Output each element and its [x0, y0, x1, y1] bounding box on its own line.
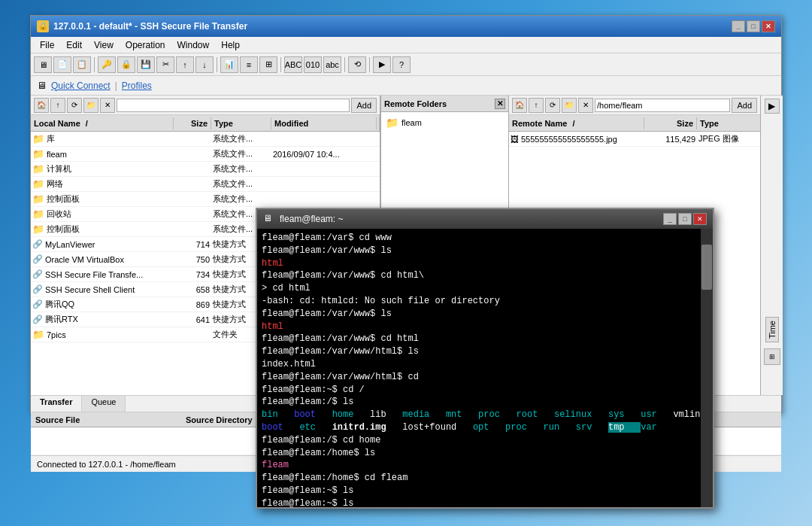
menu-window[interactable]: Window	[171, 38, 216, 52]
profiles-link[interactable]: Profiles	[122, 81, 152, 91]
local-delete-btn[interactable]: ✕	[100, 98, 115, 113]
tb-btn10[interactable]: 📊	[220, 56, 238, 73]
local-col-type[interactable]: Type	[211, 117, 271, 129]
local-file-row[interactable]: 📁控制面板 系统文件...	[31, 192, 380, 207]
tb-btn9[interactable]: ↓	[195, 56, 214, 73]
remote-path-input[interactable]	[595, 99, 730, 112]
qc-separator: |	[115, 81, 117, 91]
folder-tree-item[interactable]: 📁 fleam	[384, 115, 505, 130]
tb-btn8[interactable]: ↑	[176, 56, 194, 73]
terminal-line: html	[262, 257, 708, 270]
terminal-line: fleam@fleam:/$ ls	[262, 396, 708, 409]
tb-btn4[interactable]: 🔑	[98, 56, 116, 73]
tb-btn2[interactable]: 📄	[53, 56, 71, 73]
terminal-body[interactable]: fleam@fleam:/var$ cd wwwfleam@fleam:/var…	[257, 229, 713, 507]
close-button[interactable]: ✕	[762, 20, 775, 32]
remote-back-btn[interactable]: 🏠	[512, 98, 527, 113]
thumbnail-btn[interactable]: ⊞	[764, 348, 780, 365]
local-refresh-btn[interactable]: ⟳	[67, 98, 82, 113]
local-home-btn[interactable]: 🏠	[34, 98, 49, 113]
terminal-close-btn[interactable]: ✕	[693, 213, 707, 225]
remote-col-size[interactable]: Size	[644, 117, 697, 129]
remote-add-button[interactable]: Add	[732, 98, 757, 113]
menu-help[interactable]: Help	[215, 38, 246, 52]
menu-edit[interactable]: Edit	[60, 38, 88, 52]
remote-refresh-btn[interactable]: ⟳	[545, 98, 560, 113]
sidebar-arrow-right[interactable]: ▶	[765, 99, 780, 114]
tb-sep4	[344, 57, 345, 72]
tb-btn11[interactable]: ≡	[240, 56, 258, 73]
remote-new-folder-btn[interactable]: 📁	[562, 98, 577, 113]
local-file-row[interactable]: 📁网络 系统文件...	[31, 177, 380, 192]
local-col-name[interactable]: Local Name /	[31, 117, 174, 129]
terminal-line: fleam@fleam:/var/www$ cd html	[262, 333, 708, 345]
tb-help[interactable]: ?	[392, 56, 411, 73]
local-file-row[interactable]: 📁fleam 系统文件... 2016/09/07 10:4...	[31, 147, 380, 162]
terminal-icon: 🖥	[263, 213, 275, 225]
local-add-button[interactable]: Add	[351, 98, 377, 113]
remote-folders-close[interactable]: ✕	[495, 99, 505, 109]
maximize-button[interactable]: □	[747, 20, 760, 32]
tb-btn13[interactable]: ABC	[284, 56, 302, 73]
quick-connect-bar: 🖥 Quick Connect | Profiles	[31, 76, 781, 96]
tb-btn3[interactable]: 📋	[73, 56, 91, 73]
col-spacer	[377, 115, 380, 131]
terminal-line: > cd html	[262, 282, 708, 295]
tab-queue[interactable]: Queue	[82, 396, 126, 412]
terminal-minimize-btn[interactable]: _	[663, 213, 677, 225]
terminal-line: fleam@fleam:/var/www$ ls	[262, 308, 708, 321]
menu-file[interactable]: File	[34, 38, 60, 52]
title-bar: 🔒 127.0.0.1 - default* - SSH Secure File…	[31, 16, 781, 37]
local-file-row[interactable]: 📁计算机 系统文件...	[31, 162, 380, 177]
tb-btn12[interactable]: ⊞	[259, 56, 277, 73]
quick-connect-icon: 🖥	[37, 80, 47, 91]
menu-view[interactable]: View	[88, 38, 120, 52]
local-file-row[interactable]: 📁库 系统文件...	[31, 132, 380, 147]
local-col-size[interactable]: Size	[174, 117, 211, 129]
terminal-line: fleam@fleam:/var/www/html$ ls	[262, 345, 708, 358]
remote-col-name[interactable]: Remote Name /	[509, 117, 644, 129]
remote-path-bar: 🏠 ↑ ⟳ 📁 ✕ Add	[509, 96, 760, 115]
tb-btn15[interactable]: abc	[323, 56, 341, 73]
tb-btn7[interactable]: ✂	[156, 56, 174, 73]
local-col-modified[interactable]: Modified	[271, 117, 377, 129]
terminal-dir-line-2: boot etc initrd.img lost+found opt proc …	[262, 421, 708, 434]
time-button[interactable]: Time	[765, 317, 779, 342]
terminal-line: fleam@fleam:/var/www/html$ cd	[262, 371, 708, 384]
tb-sep1	[94, 57, 95, 72]
terminal-line: fleam@fleam:/var/www$ ls	[262, 245, 708, 257]
local-panel-toolbar: 🏠 ↑ ⟳ 📁 ✕ Add	[31, 96, 380, 115]
tb-btn6[interactable]: 💾	[137, 56, 155, 73]
tb-btn16[interactable]: ⟲	[348, 56, 366, 73]
transfer-col-source: Source File	[31, 414, 181, 426]
main-toolbar: 🖥 📄 📋 🔑 🔒 💾 ✂ ↑ ↓ 📊 ≡ ⊞ ABC 010 abc ⟲ ▶ …	[31, 53, 781, 76]
folder-tree-label: fleam	[401, 118, 422, 127]
tb-btn5[interactable]: 🔒	[117, 56, 135, 73]
terminal-window: 🖥 fleam@fleam: ~ _ □ ✕ fleam@fleam:/var$…	[256, 208, 714, 509]
terminal-title-btns: _ □ ✕	[663, 213, 707, 225]
local-path-input[interactable]	[117, 99, 350, 112]
terminal-scroll-thumb[interactable]	[701, 245, 712, 290]
tb-btn17[interactable]: ▶	[373, 56, 391, 73]
terminal-maximize-btn[interactable]: □	[678, 213, 692, 225]
terminal-line: fleam@fleam:/var/www$ cd html\	[262, 269, 708, 282]
remote-file-row[interactable]: 🖼555555555555555555.jpg 115,429 JPEG 图像	[509, 132, 760, 147]
minimize-button[interactable]: _	[732, 20, 745, 32]
terminal-line: fleam@fleam:~$ ls	[262, 497, 708, 507]
remote-delete-btn[interactable]: ✕	[578, 98, 593, 113]
remote-up-btn[interactable]: ↑	[529, 98, 544, 113]
remote-col-type[interactable]: Type	[697, 117, 757, 129]
tab-transfer[interactable]: Transfer	[31, 396, 82, 412]
terminal-line: fleam@fleam:~$ ls	[262, 485, 708, 497]
tb-connect[interactable]: 🖥	[34, 56, 52, 73]
local-new-folder-btn[interactable]: 📁	[83, 98, 98, 113]
menu-bar: File Edit View Operation Window Help	[31, 37, 781, 53]
terminal-title: fleam@fleam: ~	[280, 214, 663, 224]
terminal-line: fleam@fleam:/home$ cd fleam	[262, 472, 708, 485]
tb-btn14[interactable]: 010	[304, 56, 322, 73]
quick-connect-link[interactable]: Quick Connect	[51, 81, 111, 91]
menu-operation[interactable]: Operation	[120, 38, 171, 52]
local-up-btn[interactable]: ↑	[50, 98, 65, 113]
window-icon: 🔒	[37, 20, 49, 32]
terminal-scrollbar[interactable]	[701, 229, 713, 507]
